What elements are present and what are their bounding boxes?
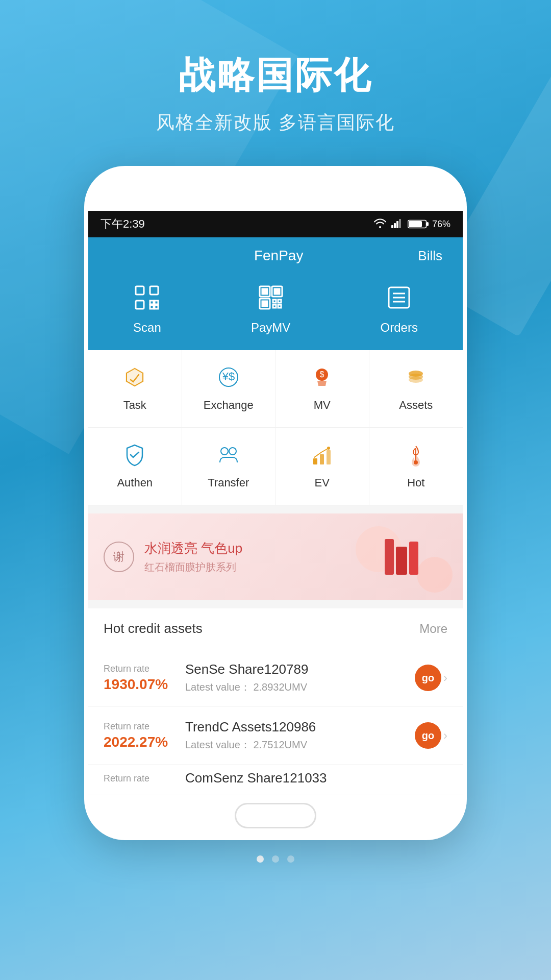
status-time: 下午2:39 [101, 216, 145, 232]
latest-value-1: 2.8932UMV [253, 681, 307, 693]
svg-rect-38 [313, 458, 317, 464]
grid-item-mv[interactable]: $ MV [276, 350, 369, 428]
sensor-dot-2 [133, 185, 143, 195]
orders-icon [386, 284, 412, 314]
latest-label-1: Latest value： [185, 681, 251, 693]
svg-rect-12 [155, 301, 158, 304]
exchange-label: Exchange [204, 399, 254, 412]
banner-logo-text: 谢 [113, 549, 124, 565]
go-button-1[interactable]: go [415, 665, 441, 691]
promo-title: 战略国际化 [0, 51, 551, 100]
phone-camera [407, 178, 432, 203]
promo-subtitle: 风格全新改版 多语言国际化 [0, 110, 551, 135]
quick-action-orders[interactable]: Orders [381, 284, 418, 335]
grid-item-authen[interactable]: Authen [88, 428, 182, 505]
return-rate-box-2: Return rate 2022.27% [104, 721, 175, 750]
grid-menu: Task ¥$ Exchange $ [88, 350, 463, 505]
asset-info-1: SenSe Share120789 Latest value： 2.8932UM… [185, 662, 405, 694]
phone-sensor-dots [119, 185, 160, 195]
bills-button[interactable]: Bills [418, 248, 442, 264]
asset-go-2[interactable]: go › [415, 722, 447, 749]
assets-label: Assets [399, 399, 433, 412]
grid-item-assets[interactable]: Assets [369, 350, 463, 428]
latest-value-2: 2.7512UMV [253, 739, 307, 750]
return-value-1: 1930.07% [104, 676, 175, 693]
asset-item-3[interactable]: Return rate ComSenz Share121033 [88, 765, 463, 795]
svg-rect-7 [136, 286, 144, 295]
quick-action-scan[interactable]: Scan [133, 284, 161, 335]
svg-rect-22 [262, 289, 267, 294]
page-dot-2 [272, 855, 279, 863]
asset-item-1[interactable]: Return rate 1930.07% SenSe Share120789 L… [88, 649, 463, 707]
svg-rect-0 [391, 225, 393, 228]
authen-label: Authen [117, 476, 153, 489]
page-dot-3 [287, 855, 294, 863]
sensor-dot-3 [149, 185, 160, 195]
phone-mockup: 下午2:39 [84, 166, 467, 840]
svg-text:¥$: ¥$ [222, 370, 235, 383]
banner[interactable]: 谢 水润透亮 气色up 红石榴面膜护肤系列 [88, 513, 463, 600]
svg-rect-6 [427, 222, 429, 226]
quick-action-paymv[interactable]: PayMV [251, 284, 290, 335]
grid-item-exchange[interactable]: ¥$ Exchange [182, 350, 276, 428]
hot-icon [404, 443, 428, 470]
svg-rect-39 [320, 454, 324, 464]
grid-item-hot[interactable]: Hot [369, 428, 463, 505]
phone-top-bar [88, 170, 463, 211]
page-dot-1 [257, 855, 264, 863]
task-icon [123, 365, 146, 393]
svg-rect-1 [394, 223, 396, 228]
banner-subtitle: 红石榴面膜护肤系列 [144, 560, 345, 574]
grid-item-task[interactable]: Task [88, 350, 182, 428]
svg-point-42 [414, 460, 418, 464]
asset-item-2[interactable]: Return rate 2022.27% TrendC Assets120986… [88, 707, 463, 765]
ev-icon [310, 443, 334, 470]
svg-rect-18 [273, 300, 276, 303]
battery-icon: 76% [408, 219, 450, 230]
home-button[interactable] [235, 803, 316, 828]
asset-info-2: TrendC Assets120986 Latest value： 2.7512… [185, 719, 405, 752]
return-rate-box-3: Return rate [104, 773, 175, 786]
svg-point-37 [229, 448, 236, 455]
assets-icon [404, 365, 428, 393]
svg-rect-23 [274, 289, 280, 294]
svg-rect-3 [399, 219, 401, 228]
section-title: Hot credit assets [104, 621, 203, 636]
sensor-dot-1 [119, 186, 127, 194]
svg-rect-9 [136, 301, 144, 309]
status-icons: 76% [373, 218, 450, 231]
svg-rect-19 [278, 300, 281, 303]
svg-rect-13 [150, 305, 154, 309]
svg-rect-2 [396, 221, 398, 228]
svg-rect-5 [409, 221, 422, 227]
page-indicator [0, 840, 551, 873]
chevron-right-1: › [443, 671, 447, 685]
paymv-icon [258, 284, 284, 314]
svg-point-41 [327, 447, 330, 450]
transfer-label: Transfer [208, 476, 249, 489]
return-label-3: Return rate [104, 773, 175, 784]
phone-speaker [242, 185, 324, 196]
status-bar: 下午2:39 [88, 211, 463, 237]
banner-title: 水润透亮 气色up [144, 540, 345, 557]
exchange-icon: ¥$ [217, 365, 240, 393]
svg-rect-40 [327, 450, 331, 464]
phone-bottom-bar [88, 795, 463, 836]
return-label-2: Return rate [104, 721, 175, 732]
grid-item-ev[interactable]: EV [276, 428, 369, 505]
app-content: Task ¥$ Exchange $ [88, 350, 463, 795]
latest-label-2: Latest value： [185, 739, 251, 750]
asset-go-1[interactable]: go › [415, 665, 447, 691]
transfer-icon [217, 443, 240, 470]
asset-value-1: Latest value： 2.8932UMV [185, 680, 405, 694]
svg-point-35 [409, 377, 423, 383]
quick-actions-bar: Scan PayMV [88, 274, 463, 350]
svg-text:$: $ [320, 370, 324, 379]
task-label: Task [123, 399, 146, 412]
return-value-2: 2022.27% [104, 734, 175, 750]
return-rate-box-1: Return rate 1930.07% [104, 664, 175, 693]
go-button-2[interactable]: go [415, 722, 441, 749]
svg-rect-8 [150, 286, 158, 295]
more-button[interactable]: More [419, 622, 447, 636]
grid-item-transfer[interactable]: Transfer [182, 428, 276, 505]
